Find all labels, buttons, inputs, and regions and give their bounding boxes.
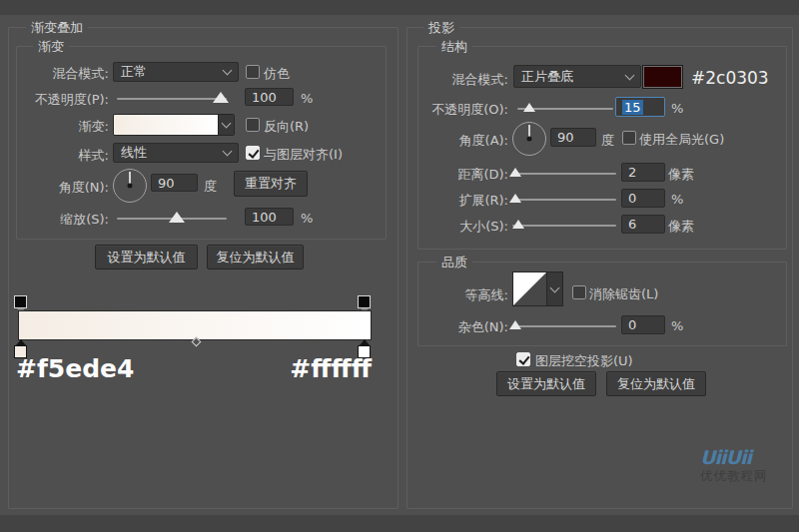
- dial-center-dot: [527, 137, 532, 142]
- gradient-overlay-title: 渐变叠加: [26, 20, 88, 35]
- drop-shadow-title: 投影: [423, 20, 459, 35]
- ds-angle-unit: 度: [601, 132, 614, 150]
- go-angle-label: 角度(N):: [20, 179, 109, 197]
- go-reverse-checkbox[interactable]: [246, 118, 260, 132]
- go-reset-align-button[interactable]: 重置对齐: [234, 171, 308, 197]
- go-gradient-preview-arrow[interactable]: [218, 115, 234, 135]
- chevron-down-icon: [625, 70, 635, 80]
- ds-distance-input[interactable]: 2: [621, 163, 665, 182]
- ds-noise-label: 杂色(N):: [409, 318, 508, 336]
- ds-spread-unit: %: [671, 192, 683, 207]
- watermark-logo: UiiUii: [700, 448, 768, 467]
- ds-noise-input[interactable]: 0: [621, 315, 665, 334]
- go-align-label: 与图层对齐(I): [264, 146, 343, 164]
- contour-thumbnail: [513, 272, 546, 305]
- dial-center-dot: [128, 184, 133, 189]
- contour-arrow[interactable]: [546, 272, 562, 305]
- go-scale-input[interactable]: 100: [245, 208, 294, 226]
- go-opacity-slider-thumb[interactable]: [213, 92, 229, 103]
- go-reverse-label: 反向(R): [264, 118, 309, 136]
- go-scale-label: 缩放(S):: [20, 211, 109, 229]
- ds-size-input[interactable]: 6: [621, 215, 665, 234]
- structure-section-title: 结构: [436, 39, 472, 54]
- top-band: [0, 0, 799, 15]
- watermark: UiiUii 优优教程网: [700, 448, 768, 483]
- ds-opacity-label: 不透明度(O):: [409, 101, 508, 119]
- ds-spread-slider[interactable]: [512, 199, 616, 201]
- ds-opacity-unit: %: [671, 101, 683, 116]
- ds-opacity-input[interactable]: 15: [615, 97, 665, 117]
- ds-blend-mode-label: 混合模式:: [409, 71, 508, 89]
- go-opacity-slider[interactable]: [117, 98, 227, 100]
- ds-distance-slider-thumb[interactable]: [509, 168, 521, 177]
- ds-antialias-label: 消除锯齿(L): [589, 285, 658, 303]
- shadow-color-hex-label: #2c0303: [691, 68, 769, 88]
- go-gradient-label: 渐变:: [20, 118, 109, 136]
- go-scale-unit: %: [301, 211, 313, 226]
- go-dither-label: 仿色: [264, 65, 290, 83]
- go-scale-slider-thumb[interactable]: [169, 212, 185, 223]
- ds-distance-unit: 像素: [668, 166, 694, 184]
- go-blend-mode-label: 混合模式:: [20, 65, 109, 83]
- ds-reset-default-button[interactable]: 复位为默认值: [606, 371, 706, 396]
- shadow-color-swatch[interactable]: [642, 65, 683, 89]
- go-align-checkbox[interactable]: [246, 146, 260, 160]
- ds-noise-slider[interactable]: [512, 325, 616, 327]
- ds-angle-input[interactable]: 90: [550, 128, 596, 147]
- watermark-site-name: 优优教程网: [700, 470, 768, 483]
- ds-global-light-label: 使用全局光(G): [639, 131, 724, 149]
- ds-distance-label: 距离(D):: [409, 166, 508, 184]
- go-angle-dial[interactable]: [113, 169, 147, 203]
- chevron-down-icon: [223, 147, 233, 157]
- gradient-bar[interactable]: [18, 310, 372, 340]
- ds-size-unit: 像素: [668, 218, 694, 236]
- go-reset-default-button[interactable]: 复位为默认值: [207, 245, 304, 269]
- go-set-default-button[interactable]: 设置为默认值: [95, 245, 198, 269]
- go-blend-mode-value: 正常: [121, 63, 147, 81]
- gradient-end-hex-label: #ffffff: [280, 354, 372, 383]
- chevron-down-icon: [222, 119, 232, 129]
- chevron-down-icon: [223, 66, 233, 76]
- ds-size-slider-thumb[interactable]: [512, 220, 524, 229]
- go-angle-unit: 度: [204, 178, 217, 196]
- ds-contour-label: 等高线:: [409, 286, 508, 304]
- go-style-select[interactable]: 线性: [113, 143, 239, 163]
- ds-set-default-button[interactable]: 设置为默认值: [496, 371, 596, 396]
- bottom-band: [0, 515, 799, 532]
- quality-section-title: 品质: [436, 255, 472, 269]
- go-style-label: 样式:: [20, 147, 109, 165]
- go-blend-mode-select[interactable]: 正常: [113, 62, 239, 82]
- ds-opacity-slider-thumb[interactable]: [523, 103, 535, 112]
- go-style-value: 线性: [121, 144, 147, 162]
- ds-distance-slider[interactable]: [512, 173, 616, 175]
- ds-angle-label: 角度(A):: [409, 132, 508, 150]
- ds-noise-unit: %: [671, 318, 683, 333]
- go-gradient-preview[interactable]: [113, 114, 235, 136]
- ds-contour-picker[interactable]: [512, 271, 563, 306]
- ds-spread-slider-thumb[interactable]: [509, 194, 521, 203]
- ds-global-light-checkbox[interactable]: [622, 131, 636, 145]
- ds-blend-mode-value: 正片叠底: [521, 68, 573, 86]
- ds-size-slider[interactable]: [512, 225, 616, 227]
- go-angle-input[interactable]: 90: [151, 174, 198, 192]
- ds-knockout-checkbox[interactable]: [516, 352, 530, 366]
- ds-knockout-label: 图层挖空投影(U): [535, 352, 633, 370]
- ds-noise-slider-thumb[interactable]: [509, 320, 521, 329]
- gradient-section-title: 渐变: [33, 39, 69, 54]
- go-opacity-input[interactable]: 100: [245, 88, 294, 106]
- ds-size-label: 大小(S):: [409, 218, 508, 236]
- ds-angle-dial[interactable]: [512, 122, 546, 156]
- go-opacity-unit: %: [301, 91, 313, 106]
- gradient-start-hex-label: #f5ede4: [16, 354, 134, 383]
- ds-spread-input[interactable]: 0: [621, 189, 665, 208]
- go-opacity-label: 不透明度(P):: [20, 91, 109, 109]
- go-gradient-preview-fill: [114, 115, 218, 135]
- ds-antialias-checkbox[interactable]: [572, 285, 586, 299]
- ds-spread-label: 扩展(R):: [409, 192, 508, 210]
- go-dither-checkbox[interactable]: [246, 65, 260, 79]
- chevron-down-icon: [550, 282, 560, 292]
- ds-blend-mode-select[interactable]: 正片叠底: [513, 65, 641, 88]
